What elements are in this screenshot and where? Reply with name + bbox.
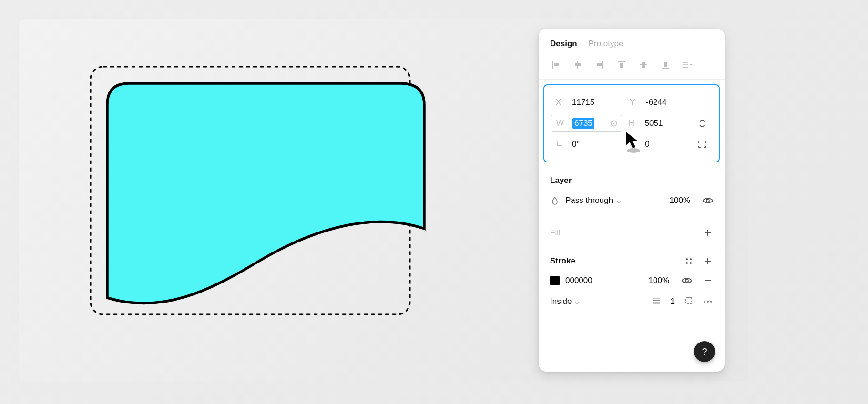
constrain-proportions-icon[interactable] [697, 118, 707, 129]
stroke-style-icon[interactable] [684, 256, 694, 266]
svg-point-23 [690, 262, 692, 264]
svg-point-16 [613, 123, 614, 124]
rotation-value: 0° [572, 140, 580, 149]
stroke-visibility-icon[interactable] [682, 275, 692, 286]
fill-title: Fill [539, 228, 703, 238]
blend-mode-value: Pass through [565, 196, 613, 205]
design-panel: Design Prototype [539, 29, 725, 372]
stroke-color-hex[interactable]: 000000 [565, 276, 592, 285]
blend-mode-icon[interactable] [550, 196, 560, 205]
svg-point-33 [704, 301, 705, 303]
h-label: H [629, 119, 640, 128]
svg-rect-31 [686, 298, 692, 303]
svg-rect-9 [642, 62, 645, 68]
layer-title: Layer [539, 176, 725, 191]
align-vcenter-icon[interactable] [638, 59, 649, 71]
svg-rect-3 [575, 63, 581, 66]
stroke-title: Stroke [550, 256, 684, 266]
w-value: 6735 [572, 118, 594, 129]
chevron-down-icon [616, 198, 622, 203]
stroke-weight-icon [652, 297, 661, 306]
svg-point-35 [710, 301, 712, 303]
independent-corners-icon[interactable] [697, 139, 707, 150]
add-stroke-icon[interactable] [703, 256, 713, 266]
x-field[interactable]: X 11715 [551, 93, 625, 112]
svg-rect-5 [597, 63, 602, 66]
align-hcenter-icon[interactable] [572, 59, 583, 71]
stroke-opacity-value[interactable]: 100% [649, 276, 669, 285]
radius-field[interactable]: 0 [624, 135, 697, 154]
vector-shape[interactable] [107, 83, 424, 303]
stroke-more-icon[interactable] [703, 296, 713, 307]
blend-mode-dropdown[interactable]: Pass through [565, 196, 622, 205]
chevron-down-icon [574, 299, 580, 304]
tab-prototype[interactable]: Prototype [589, 39, 623, 49]
rotation-icon [556, 140, 567, 150]
radius-value: 0 [645, 140, 649, 149]
align-right-icon[interactable] [594, 59, 605, 71]
x-label: X [556, 98, 567, 107]
transform-section: X 11715 Y -6244 W 6735 H [543, 84, 720, 162]
fill-section: Fill [539, 219, 725, 247]
h-value: 5051 [645, 119, 663, 128]
stroke-color-swatch[interactable] [550, 276, 560, 285]
layer-visibility-icon[interactable] [703, 195, 713, 206]
add-fill-icon[interactable] [703, 228, 713, 238]
stroke-section: Stroke 000000 100% [539, 247, 725, 309]
x-value: 11715 [572, 98, 594, 107]
svg-rect-1 [554, 63, 559, 66]
distribute-icon[interactable] [682, 59, 693, 71]
svg-point-22 [686, 262, 688, 264]
y-label: Y [630, 98, 641, 107]
help-label: ? [702, 346, 707, 357]
stroke-position-dropdown[interactable]: Inside [550, 297, 580, 306]
align-row [539, 52, 725, 80]
svg-rect-7 [620, 63, 623, 68]
rotation-field[interactable]: 0° [551, 135, 624, 154]
corner-radius-icon [629, 140, 640, 150]
remove-stroke-icon[interactable] [703, 275, 713, 286]
svg-point-21 [690, 258, 692, 260]
svg-point-26 [685, 279, 688, 282]
stroke-weight-value[interactable]: 1 [671, 297, 675, 306]
panel-tabs: Design Prototype [539, 29, 725, 52]
stroke-side-icon[interactable] [684, 296, 693, 307]
svg-point-34 [707, 301, 709, 303]
stage: Design Prototype [19, 19, 748, 381]
y-field[interactable]: Y -6244 [625, 93, 699, 112]
align-left-icon[interactable] [550, 59, 562, 71]
y-value: -6244 [646, 98, 666, 107]
svg-point-20 [686, 258, 688, 260]
stroke-position-value: Inside [550, 297, 572, 306]
layer-opacity-value[interactable]: 100% [670, 196, 690, 205]
w-label: W [556, 119, 568, 128]
align-bottom-icon[interactable] [660, 59, 671, 71]
svg-rect-11 [664, 62, 667, 67]
scrub-icon[interactable] [609, 119, 619, 128]
help-button[interactable]: ? [694, 341, 715, 362]
align-top-icon[interactable] [616, 59, 627, 71]
svg-point-17 [706, 199, 709, 202]
layer-section: Layer Pass through 100% [539, 167, 725, 219]
h-field[interactable]: H 5051 [624, 114, 697, 133]
tab-design[interactable]: Design [550, 39, 577, 49]
w-field[interactable]: W 6735 [551, 115, 622, 132]
